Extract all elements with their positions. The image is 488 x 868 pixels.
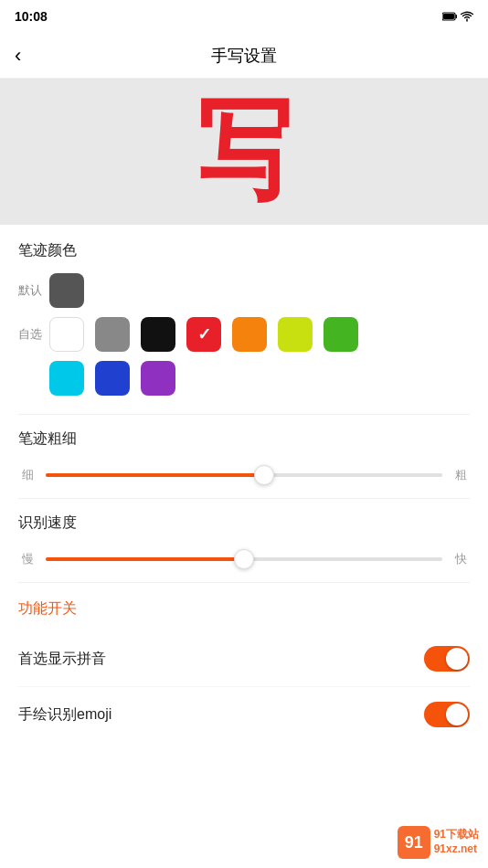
pinyin-toggle-label: 首选显示拼音: [18, 650, 106, 669]
color-section: 笔迹颜色 默认 自选: [18, 225, 470, 415]
speed-section: 识别速度 慢 快: [18, 499, 470, 583]
speed-slider-thumb[interactable]: [234, 549, 254, 569]
stroke-title: 笔迹粗细: [18, 429, 470, 449]
status-icons: [442, 11, 473, 22]
svg-rect-1: [456, 15, 458, 18]
default-color-row: 默认: [18, 273, 470, 308]
speed-title: 识别速度: [18, 513, 470, 533]
swatch-gray[interactable]: [95, 317, 130, 352]
default-color-swatch[interactable]: [49, 273, 84, 308]
feature-section-title: 功能开关: [18, 599, 470, 619]
preview-area: 写: [0, 79, 488, 225]
swatch-white[interactable]: [49, 317, 84, 352]
speed-slider-track: [46, 557, 442, 561]
swatch-yellow[interactable]: [278, 317, 313, 352]
stroke-section: 笔迹粗细 细 粗: [18, 415, 470, 499]
preview-character: 写: [197, 97, 291, 206]
status-bar: 10:08: [0, 0, 488, 33]
battery-icon: [442, 11, 457, 22]
watermark-text: 91下载站 91xz.net: [434, 828, 479, 856]
color-section-title: 笔迹颜色: [18, 241, 470, 260]
emoji-toggle-label: 手绘识别emoji: [18, 705, 111, 725]
stroke-slider-wrapper: [46, 461, 442, 489]
emoji-toggle-knob: [446, 704, 468, 725]
svg-rect-2: [443, 14, 454, 19]
pinyin-toggle[interactable]: [424, 646, 470, 672]
watermark: 91 91下载站 91xz.net: [398, 826, 479, 859]
page-title: 手写设置: [211, 45, 277, 67]
stroke-slider-track: [46, 473, 442, 477]
stroke-slider-thumb[interactable]: [254, 465, 274, 485]
stroke-slider-fill: [46, 473, 264, 477]
watermark-line1: 91下载站: [434, 828, 479, 842]
watermark-logo: 91: [398, 826, 430, 859]
speed-slider-row: 慢 快: [18, 545, 470, 573]
back-button[interactable]: ‹: [15, 46, 21, 66]
feature-section: 功能开关 首选显示拼音 手绘识别emoji: [18, 583, 470, 751]
watermark-line2: 91xz.net: [434, 842, 479, 857]
wifi-icon: [461, 11, 473, 22]
swatch-blue[interactable]: [95, 361, 130, 396]
stroke-slider-row: 细 粗: [18, 461, 470, 489]
header: ‹ 手写设置: [0, 33, 488, 79]
speed-min-label: 慢: [18, 551, 37, 567]
toggle-row-emoji: 手绘识别emoji: [18, 687, 470, 742]
custom-color-row: 自选: [18, 317, 470, 352]
swatch-red[interactable]: [186, 317, 221, 352]
color-swatches-row1: [49, 317, 358, 352]
custom-label: 自选: [18, 326, 49, 343]
emoji-toggle[interactable]: [424, 702, 470, 727]
content: 笔迹颜色 默认 自选: [0, 225, 488, 751]
speed-slider-fill: [46, 557, 244, 561]
status-time: 10:08: [15, 9, 48, 24]
stroke-min-label: 细: [18, 467, 37, 483]
color-swatches-row2: [49, 361, 470, 396]
default-label: 默认: [18, 282, 49, 299]
stroke-max-label: 粗: [451, 467, 470, 483]
swatch-green[interactable]: [324, 317, 358, 352]
speed-max-label: 快: [451, 551, 470, 567]
default-swatches: [49, 273, 84, 308]
pinyin-toggle-knob: [446, 648, 468, 670]
speed-slider-wrapper: [46, 545, 442, 573]
swatch-orange[interactable]: [232, 317, 267, 352]
toggle-row-pinyin: 首选显示拼音: [18, 631, 470, 687]
swatch-black[interactable]: [141, 317, 175, 352]
swatch-cyan[interactable]: [49, 361, 84, 396]
swatch-purple[interactable]: [141, 361, 175, 396]
